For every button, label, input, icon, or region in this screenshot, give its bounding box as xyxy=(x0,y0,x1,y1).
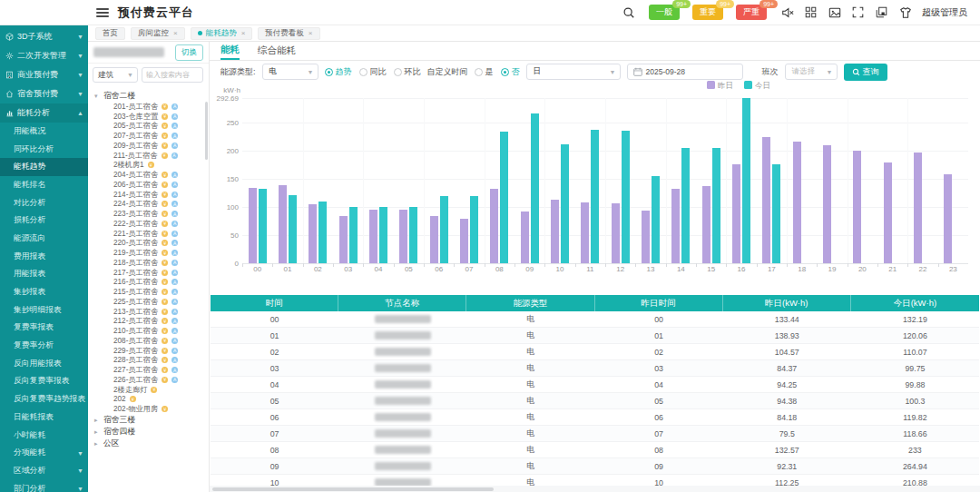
bar-今日-17[interactable] xyxy=(772,164,780,263)
bar-今日-15[interactable] xyxy=(712,148,720,263)
bar-昨日-23[interactable] xyxy=(944,174,952,263)
radio-mode-环比[interactable]: 环比 xyxy=(394,66,421,78)
table-row[interactable]: 03电0384.3799.75 xyxy=(211,360,979,377)
sidebar-subitem-分项能耗[interactable]: 分项能耗▼ xyxy=(0,444,88,462)
horizontal-scrollbar[interactable] xyxy=(210,486,980,492)
sidebar-item-二次开发管理[interactable]: 二次开发管理▼ xyxy=(0,46,88,65)
mute-icon[interactable] xyxy=(780,5,794,19)
sidebar-subitem-反向复费率趋势报表[interactable]: 反向复费率趋势报表 xyxy=(0,390,88,408)
sidebar-subitem-部门分析[interactable]: 部门分析▼ xyxy=(0,480,88,492)
sidebar-subitem-损耗分析[interactable]: 损耗分析 xyxy=(0,212,88,230)
tree-leaf-223-员工宿舍[interactable]: 223-员工宿舍¥A xyxy=(94,209,209,219)
bar-昨日-02[interactable] xyxy=(309,204,317,263)
bar-今日-14[interactable] xyxy=(681,148,690,263)
breadcrumb-tab-3[interactable]: 预付费看板× xyxy=(258,27,319,40)
bar-今日-04[interactable] xyxy=(379,207,387,263)
bar-今日-10[interactable] xyxy=(561,144,569,263)
sidebar-subitem-复费率分析[interactable]: 复费率分析 xyxy=(0,337,88,355)
bar-昨日-05[interactable] xyxy=(399,210,407,263)
tree-leaf-209-员工宿舍[interactable]: 209-员工宿舍¥A xyxy=(94,141,209,151)
tree-leaf-213-员工宿舍[interactable]: 213-员工宿舍¥A xyxy=(94,307,209,317)
grid-apps-icon[interactable] xyxy=(804,5,818,19)
table-row[interactable]: 08电08132.57233 xyxy=(211,442,979,458)
tree-leaf-225-员工宿舍[interactable]: 225-员工宿舍¥A xyxy=(94,297,209,307)
table-row[interactable]: 07电0779.5118.66 xyxy=(211,426,979,442)
admin-user[interactable]: 超级管理员 xyxy=(922,6,967,19)
breadcrumb-tab-0[interactable]: 首页 xyxy=(95,27,125,40)
sidebar-item-宿舍预付费[interactable]: 宿舍预付费▼ xyxy=(0,84,88,103)
radio-custom-time-是[interactable]: 是 xyxy=(475,66,494,78)
radio-custom-time-否[interactable]: 否 xyxy=(501,66,520,78)
table-row[interactable]: 02电02104.57110.07 xyxy=(211,344,979,360)
bar-今日-01[interactable] xyxy=(289,195,297,263)
bar-今日-08[interactable] xyxy=(500,132,508,263)
breadcrumb-tab-2[interactable]: 能耗趋势× xyxy=(191,27,253,40)
table-row[interactable]: 00电00133.44132.19 xyxy=(211,311,979,328)
granularity-select[interactable]: 日▼ xyxy=(526,64,621,80)
tree-leaf-207-员工宿舍[interactable]: 207-员工宿舍¥A xyxy=(94,131,209,141)
search-icon[interactable] xyxy=(622,5,635,19)
bar-昨日-06[interactable] xyxy=(430,216,438,263)
tree-search-input[interactable] xyxy=(142,67,203,83)
tree-leaf-203-仓库空置[interactable]: 203-仓库空置¥A xyxy=(94,112,209,122)
radio-mode-同比[interactable]: 同比 xyxy=(359,66,387,78)
bar-昨日-16[interactable] xyxy=(732,164,740,263)
tree-leaf-204-员工宿舍[interactable]: 204-员工宿舍¥A xyxy=(94,170,209,180)
shift-select[interactable]: 请选择▼ xyxy=(785,64,838,80)
tree-leaf-226-员工宿舍[interactable]: 226-员工宿舍¥A xyxy=(94,375,209,385)
tree-leaf-224-员工宿舍[interactable]: 224-员工宿舍¥A xyxy=(94,200,209,210)
sidebar-subitem-集抄报表[interactable]: 集抄报表 xyxy=(0,283,88,301)
sidebar-subitem-小时能耗[interactable]: 小时能耗 xyxy=(0,427,88,445)
sidebar-item-商业预付费[interactable]: 商业预付费▼ xyxy=(0,65,88,84)
tree-scrollbar[interactable] xyxy=(205,102,208,160)
bar-今日-16[interactable] xyxy=(742,98,750,263)
tree-node-宿舍四楼[interactable]: ▸宿舍四楼 xyxy=(94,426,209,438)
bar-今日-06[interactable] xyxy=(440,196,448,264)
tree-leaf-222-员工宿舍[interactable]: 222-员工宿舍¥A xyxy=(94,219,209,229)
bar-昨日-20[interactable] xyxy=(853,151,861,263)
theme-shirt-icon[interactable] xyxy=(898,5,912,19)
bar-昨日-18[interactable] xyxy=(793,142,801,263)
bar-今日-02[interactable] xyxy=(318,202,327,263)
bar-昨日-04[interactable] xyxy=(369,210,377,263)
sidebar-item-能耗分析[interactable]: 能耗分析▲ xyxy=(0,103,88,123)
bar-昨日-15[interactable] xyxy=(702,186,710,263)
tree-leaf-221-员工宿舍[interactable]: 221-员工宿舍¥A xyxy=(94,229,209,239)
layers-icon[interactable] xyxy=(875,5,888,19)
energy-type-select[interactable]: 电▼ xyxy=(262,64,318,80)
tree-leaf-211-员工宿舍[interactable]: 211-员工宿舍¥A xyxy=(94,151,209,161)
sidebar-subitem-复费率报表[interactable]: 复费率报表 xyxy=(0,320,88,338)
bar-昨日-10[interactable] xyxy=(551,200,559,263)
legend-item-今日[interactable]: 今日 xyxy=(744,81,770,92)
tree-leaf-202-物业用房[interactable]: 202-物业用房¥ xyxy=(94,404,209,414)
alarm-badge[interactable]: 一般99+ xyxy=(649,5,680,20)
sidebar-subitem-费用报表[interactable]: 费用报表 xyxy=(0,248,88,266)
tree-leaf-212-员工宿舍[interactable]: 212-员工宿舍¥A xyxy=(94,317,209,327)
legend-item-昨日[interactable]: 昨日 xyxy=(707,81,733,92)
sidebar-subitem-集抄明细报表[interactable]: 集抄明细报表 xyxy=(0,301,88,320)
tree-leaf-218-员工宿舍[interactable]: 218-员工宿舍¥A xyxy=(94,258,209,268)
sidebar-subitem-反向复费率报表[interactable]: 反向复费率报表 xyxy=(0,373,88,391)
sidebar-collapse-icon[interactable] xyxy=(96,8,109,17)
bar-今日-00[interactable] xyxy=(259,189,267,263)
sidebar-subitem-同环比分析[interactable]: 同环比分析 xyxy=(0,141,88,159)
close-icon[interactable]: × xyxy=(241,29,246,37)
tree-leaf-215-员工宿舍[interactable]: 215-员工宿舍¥A xyxy=(94,287,209,297)
bar-昨日-09[interactable] xyxy=(521,212,529,263)
tab-能耗[interactable]: 能耗 xyxy=(220,42,240,60)
bar-昨日-01[interactable] xyxy=(279,185,287,263)
sidebar-item-3D子系统[interactable]: 3D子系统▼ xyxy=(0,27,88,46)
bar-昨日-11[interactable] xyxy=(581,202,589,263)
sidebar-subitem-能耗趋势[interactable]: 能耗趋势 xyxy=(0,158,88,176)
sidebar-subitem-区域分析[interactable]: 区域分析▼ xyxy=(0,462,88,480)
bar-今日-05[interactable] xyxy=(409,207,417,263)
bar-昨日-21[interactable] xyxy=(884,162,892,263)
query-button[interactable]: 查询 xyxy=(844,64,887,81)
table-row[interactable]: 01电01138.93120.06 xyxy=(211,328,979,344)
sidebar-subitem-用能概况[interactable]: 用能概况 xyxy=(0,123,88,141)
bar-今日-07[interactable] xyxy=(470,196,478,263)
tree-leaf-208-员工宿舍[interactable]: 208-员工宿舍¥A xyxy=(94,336,209,346)
close-icon[interactable]: × xyxy=(309,29,313,37)
alarm-badge[interactable]: 严重99+ xyxy=(736,5,767,20)
building-select[interactable]: 建筑▼ xyxy=(93,67,138,83)
